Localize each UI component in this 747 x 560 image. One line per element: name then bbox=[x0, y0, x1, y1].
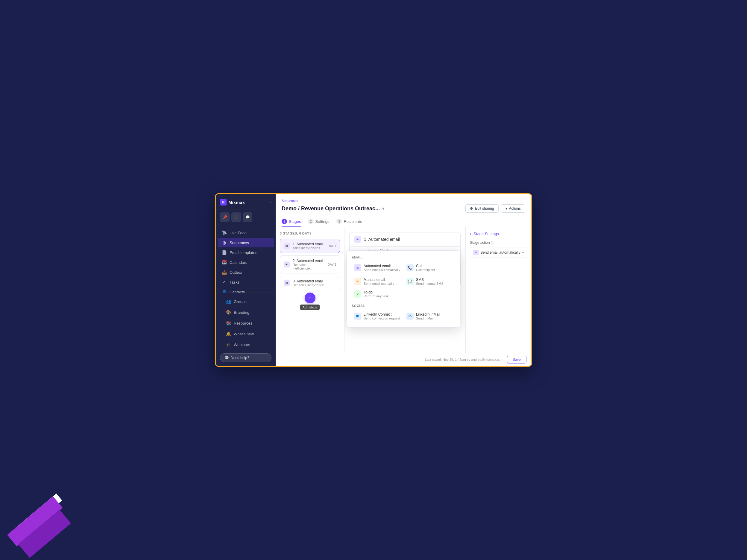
tab-recipients-label: Recipients bbox=[343, 219, 362, 224]
automated-email-text: Automated email Send email automatically bbox=[364, 264, 400, 272]
dropdown-item-linkedin-connect[interactable]: in LinkedIn Connect Send connection requ… bbox=[352, 310, 403, 322]
dropdown-item-sms[interactable]: 💬 SMS Send manual SMS bbox=[404, 275, 455, 288]
sidebar-icon-pin[interactable]: 📌 bbox=[220, 212, 230, 222]
sms-text: SMS Send manual SMS bbox=[416, 277, 443, 285]
dropdown-item-linkedin-inmail[interactable]: in LinkedIn InMail Send InMail bbox=[404, 310, 455, 322]
tab-recipients[interactable]: 3 Recipients bbox=[336, 216, 362, 227]
page-title-chevron[interactable]: ▾ bbox=[382, 206, 384, 211]
sidebar-item-resources[interactable]: 📚 Resources bbox=[222, 318, 269, 328]
sidebar-item-label: Email templates bbox=[230, 250, 257, 255]
collapse-sidebar-btn[interactable]: ‹ bbox=[270, 200, 272, 204]
sidebar-item-tasks[interactable]: ✓ Tasks bbox=[217, 277, 274, 287]
sidebar-item-label: Tasks bbox=[230, 280, 239, 285]
add-stage-button[interactable]: + bbox=[305, 293, 315, 303]
linkedin-inmail-text: LinkedIn InMail Send InMail bbox=[416, 312, 440, 320]
need-help-button[interactable]: 💬 Need help? bbox=[220, 353, 272, 362]
dropdown-item-manual-email[interactable]: ✉ Manual email Send email manually bbox=[352, 275, 403, 288]
email-items-grid: ✉ Automated email Send email automatical… bbox=[352, 262, 455, 288]
whats-new-icon: 🔔 bbox=[226, 331, 231, 336]
stage-action-caret-icon: ▾ bbox=[522, 251, 524, 254]
sidebar-icon-phone[interactable]: 📞 bbox=[231, 212, 241, 222]
manual-email-name: Manual email bbox=[364, 277, 394, 282]
call-desc: Call recipient bbox=[416, 268, 435, 272]
sidebar-item-outbox[interactable]: 📤 Outbox bbox=[217, 267, 274, 277]
automated-email-icon: ✉ bbox=[354, 264, 361, 271]
tab-settings-num: 2 bbox=[308, 219, 313, 224]
tab-recipients-num: 3 bbox=[336, 219, 342, 224]
page-title: Demo / Revenue Operations Outreac... ▾ bbox=[282, 206, 384, 212]
stage-1-title: 1. Automated email bbox=[293, 242, 325, 246]
bottom-bar: Last saved: Nov 29, 1:42pm by andrea@mix… bbox=[276, 353, 531, 366]
stage-settings-panel: › Stage Settings Stage action ⓘ ✉ Send e… bbox=[465, 228, 531, 353]
tab-stages-num: 1 bbox=[282, 219, 287, 224]
stage-action-value: Send email automatically bbox=[480, 250, 520, 255]
email-card: ✉ 1. Automated email From Andrea Skarica… bbox=[349, 232, 461, 287]
stage-action-dropdown[interactable]: ✉ Send email automatically ▾ bbox=[470, 247, 527, 258]
todo-desc: Perform any task bbox=[364, 294, 388, 298]
stage-2-title: 2. Automated email bbox=[293, 259, 325, 263]
sidebar-nav: 📡 Live Feed ◎ Sequences 📄 Email template… bbox=[216, 225, 276, 293]
branding-icon: 🎨 bbox=[226, 310, 231, 315]
sidebar-item-contacts[interactable]: 👤 Contacts bbox=[217, 287, 274, 293]
content-area: 3 STAGES, 6 DAYS ✉ 1. Automated email sa… bbox=[276, 228, 531, 353]
linkedin-connect-name: LinkedIn Connect bbox=[364, 312, 400, 317]
stage-2-icon: ✉ bbox=[284, 262, 290, 267]
todo-icon: ✓ bbox=[354, 291, 361, 298]
edit-sharing-icon: ⚙ bbox=[470, 206, 473, 211]
sidebar-item-label: Webinars bbox=[234, 343, 250, 347]
stages-panel: 3 STAGES, 6 DAYS ✉ 1. Automated email sa… bbox=[276, 228, 344, 353]
stage-settings-label: Stage Settings bbox=[473, 232, 499, 236]
contacts-icon: 👤 bbox=[222, 290, 227, 293]
outbox-icon: 📤 bbox=[222, 270, 227, 275]
sidebar-item-live-feed[interactable]: 📡 Live Feed bbox=[217, 228, 274, 238]
sidebar-icon-chat[interactable]: 💬 bbox=[243, 212, 252, 222]
header-actions: ⚙ Edit sharing ▾ Actions bbox=[465, 204, 525, 213]
stage-settings-title[interactable]: › Stage Settings bbox=[470, 232, 527, 236]
stage-item-3[interactable]: ✉ 3. Automated email Re: sales inefficie… bbox=[280, 276, 340, 290]
stages-count: 3 STAGES, 6 DAYS bbox=[280, 232, 340, 235]
logo-icon: M bbox=[220, 199, 227, 206]
save-button[interactable]: Save bbox=[507, 356, 526, 364]
edit-sharing-button[interactable]: ⚙ Edit sharing bbox=[465, 204, 498, 213]
sidebar-item-label: Sequences bbox=[230, 241, 249, 245]
sidebar-item-groups[interactable]: 👥 Groups bbox=[222, 297, 269, 306]
linkedin-connect-text: LinkedIn Connect Send connection request bbox=[364, 312, 400, 320]
manual-email-icon: ✉ bbox=[354, 278, 361, 285]
stage-action-help-icon: ⓘ bbox=[491, 240, 494, 245]
stage-item-2[interactable]: ✉ 2. Automated email Re: sales inefficie… bbox=[280, 256, 340, 273]
email-section-title: Email bbox=[352, 256, 455, 259]
stage-3-title: 3. Automated email bbox=[293, 279, 333, 283]
tasks-icon: ✓ bbox=[222, 280, 227, 285]
webinars-icon: 🎓 bbox=[226, 342, 231, 347]
sidebar-item-calendars[interactable]: 📅 Calendars bbox=[217, 258, 274, 267]
tab-stages-label: Stages bbox=[289, 219, 301, 224]
sidebar-footer-items: 👥 Groups 🎨 Branding 📚 Resources 🔔 What's… bbox=[220, 296, 272, 350]
social-section-title: Social bbox=[352, 304, 455, 308]
page-title-row: Demo / Revenue Operations Outreac... ▾ ⚙… bbox=[282, 204, 525, 213]
stage-1-text: 1. Automated email sales inefficiencies bbox=[293, 242, 325, 250]
email-card-title: 1. Automated email bbox=[364, 237, 400, 242]
sidebar-icon-bar: 📌 📞 💬 bbox=[216, 209, 276, 225]
stage-3-text: 3. Automated email Re: sales inefficienc… bbox=[293, 279, 333, 287]
social-items-grid: in LinkedIn Connect Send connection requ… bbox=[352, 310, 455, 322]
dropdown-item-todo[interactable]: ✓ To-do Perform any task bbox=[352, 288, 403, 300]
sidebar-item-label: What's new bbox=[234, 332, 254, 336]
linkedin-connect-desc: Send connection request bbox=[364, 317, 400, 320]
sidebar-item-webinars[interactable]: 🎓 Webinars bbox=[222, 340, 269, 349]
actions-button[interactable]: ▾ Actions bbox=[501, 204, 525, 213]
sidebar-item-sequences[interactable]: ◎ Sequences bbox=[217, 238, 274, 247]
stage-1-day: DAY 1 bbox=[328, 244, 336, 248]
todo-text: To-do Perform any task bbox=[364, 290, 388, 298]
tab-settings[interactable]: 2 Settings bbox=[308, 216, 329, 227]
add-stage-container: + Add stage bbox=[280, 293, 340, 310]
sidebar-item-branding[interactable]: 🎨 Branding bbox=[222, 308, 269, 317]
sidebar-item-whats-new[interactable]: 🔔 What's new bbox=[222, 329, 269, 339]
dropdown-item-automated-email[interactable]: ✉ Automated email Send email automatical… bbox=[352, 262, 403, 274]
stage-item-1[interactable]: ✉ 1. Automated email sales inefficiencie… bbox=[280, 239, 340, 253]
app-name: Mixmax bbox=[228, 200, 245, 205]
tab-stages[interactable]: 1 Stages bbox=[282, 216, 301, 227]
stage-2-subtitle: Re: sales inefficiencie... bbox=[293, 263, 325, 270]
dropdown-item-call[interactable]: 📞 Call Call recipient bbox=[404, 262, 455, 274]
tabs: 1 Stages 2 Settings 3 Recipients bbox=[282, 216, 525, 227]
sidebar-item-email-templates[interactable]: 📄 Email templates bbox=[217, 248, 274, 257]
